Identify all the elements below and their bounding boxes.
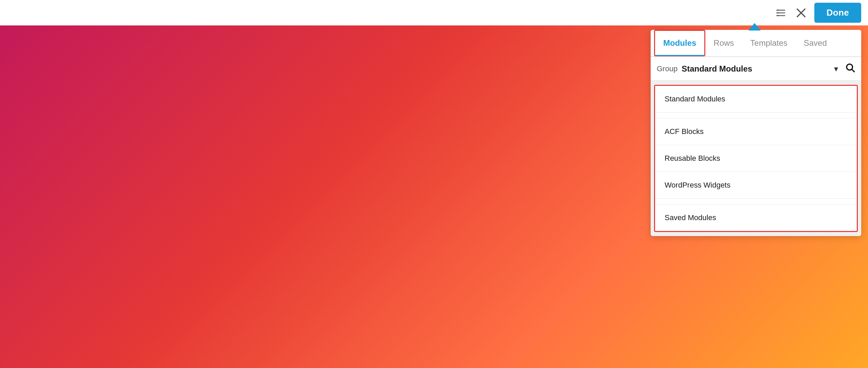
group-value: Standard Modules <box>682 64 830 74</box>
toolbar: Done <box>0 0 868 25</box>
side-panel: Modules Rows Templates Saved Group Stand… <box>651 30 861 236</box>
tab-modules[interactable]: Modules <box>654 30 705 56</box>
svg-point-5 <box>777 15 779 16</box>
dropdown-item-saved-modules[interactable]: Saved Modules <box>655 205 857 231</box>
dropdown-item-wordpress-widgets[interactable]: WordPress Widgets <box>655 172 857 199</box>
tab-templates[interactable]: Templates <box>742 31 795 55</box>
dropdown-item-acf-blocks[interactable]: ACF Blocks <box>655 118 857 145</box>
chevron-down-icon[interactable]: ▾ <box>834 64 838 74</box>
group-label: Group <box>657 64 677 73</box>
dropdown-list: Standard Modules ACF Blocks Reusable Blo… <box>654 85 858 232</box>
done-button[interactable]: Done <box>814 3 861 23</box>
dropdown-item-standard-modules[interactable]: Standard Modules <box>655 86 857 113</box>
list-icon[interactable] <box>774 6 788 20</box>
tabs-row: Modules Rows Templates Saved <box>651 30 861 57</box>
svg-line-9 <box>852 70 854 72</box>
tab-rows[interactable]: Rows <box>705 31 742 55</box>
tab-saved[interactable]: Saved <box>796 31 835 55</box>
dropdown-item-reusable-blocks[interactable]: Reusable Blocks <box>655 145 857 172</box>
dropdown-spacer-2 <box>655 199 857 205</box>
svg-point-3 <box>777 9 779 11</box>
panel-arrow <box>748 23 761 31</box>
dropdown-spacer <box>655 113 857 118</box>
search-icon[interactable] <box>845 62 855 75</box>
svg-point-4 <box>777 12 779 14</box>
close-icon[interactable] <box>794 6 808 20</box>
group-row: Group Standard Modules ▾ <box>651 57 861 81</box>
